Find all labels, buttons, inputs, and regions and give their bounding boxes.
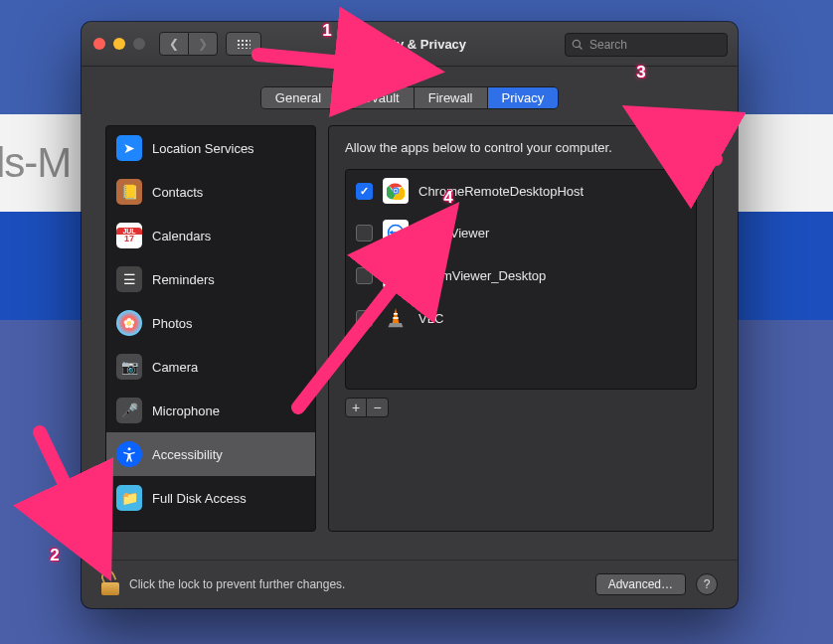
sidebar-item-full-disk-access[interactable]: 📁 Full Disk Access [106, 476, 315, 520]
detail-heading: Allow the apps below to control your com… [345, 140, 697, 155]
add-remove-buttons: + − [345, 398, 697, 417]
tab-firewall[interactable]: Firewall [415, 87, 488, 108]
sidebar-item-photos[interactable]: ✿ Photos [106, 301, 315, 345]
sidebar-item-accessibility[interactable]: Accessibility [106, 432, 315, 476]
search-icon [572, 39, 583, 51]
annotation-number-4: 4 [435, 185, 461, 211]
calendar-icon: JUL17 [116, 223, 142, 248]
app-name: TeamViewer_Desktop [420, 268, 546, 283]
search-input[interactable]: Search [565, 33, 728, 57]
folder-icon: 📁 [116, 485, 142, 511]
sidebar-item-label: Camera [152, 360, 198, 375]
sidebar-item-location-services[interactable]: ➤ Location Services [106, 126, 315, 170]
svg-point-0 [128, 447, 131, 450]
sidebar-item-reminders[interactable]: ☰ Reminders [106, 257, 315, 301]
footer: Click the lock to prevent further change… [82, 560, 738, 608]
app-list[interactable]: ChromeRemoteDesktopHost TeamViewer TeamV… [345, 169, 697, 390]
tab-bar: General FileVault Firewall Privacy [82, 86, 738, 109]
sidebar-item-label: Accessibility [152, 447, 223, 462]
teamviewer-icon [383, 220, 409, 245]
microphone-icon: 🎤 [116, 398, 142, 423]
contacts-icon: 📒 [116, 179, 142, 205]
checkbox-vlc[interactable] [356, 310, 373, 327]
document-icon [383, 261, 411, 289]
minimize-icon[interactable] [113, 38, 125, 50]
sidebar-item-label: Reminders [152, 272, 215, 287]
sidebar-item-contacts[interactable]: 📒 Contacts [106, 170, 315, 214]
tab-privacy[interactable]: Privacy [488, 87, 559, 108]
annotation-number-2: 2 [42, 543, 68, 568]
tab-filevault[interactable]: FileVault [336, 87, 415, 108]
sidebar-item-label: Calendars [152, 229, 211, 243]
zoom-icon[interactable] [133, 38, 145, 50]
annotation-number-1: 1 [314, 18, 340, 44]
back-button[interactable]: ❮ [159, 32, 189, 56]
app-row-vlc[interactable]: VLC [346, 297, 696, 339]
preferences-window: ❮ ❯ Security & Privacy Search General Fi… [82, 22, 738, 608]
sidebar-item-calendars[interactable]: JUL17 Calendars [106, 214, 315, 257]
app-row-chromeremotedesktophost[interactable]: ChromeRemoteDesktopHost [346, 170, 696, 212]
sidebar-item-camera[interactable]: 📷 Camera [106, 345, 315, 389]
app-name: VLC [418, 311, 443, 326]
lock-icon[interactable] [101, 573, 119, 595]
checkbox-teamviewer-desktop[interactable] [356, 267, 373, 284]
show-all-button[interactable] [226, 32, 261, 56]
accessibility-icon [116, 441, 142, 467]
checkbox-chromeremotedesktophost[interactable] [356, 183, 373, 200]
advanced-button[interactable]: Advanced… [595, 573, 686, 595]
add-button[interactable]: + [345, 398, 367, 417]
photos-icon: ✿ [116, 310, 142, 336]
svg-rect-8 [393, 317, 399, 319]
chrome-icon [383, 178, 409, 204]
sidebar-item-label: Location Services [152, 141, 254, 156]
privacy-sidebar[interactable]: ➤ Location Services 📒 Contacts JUL17 Cal… [105, 125, 316, 532]
sidebar-item-label: Full Disk Access [152, 491, 247, 506]
annotation-number-3: 3 [628, 60, 654, 85]
checkbox-teamviewer[interactable] [356, 225, 373, 242]
detail-pane: Allow the apps below to control your com… [328, 125, 714, 532]
app-row-teamviewer-desktop[interactable]: TeamViewer_Desktop [346, 253, 696, 297]
camera-icon: 📷 [116, 354, 142, 380]
app-row-teamviewer[interactable]: TeamViewer [346, 212, 696, 253]
svg-rect-7 [394, 313, 398, 315]
vlc-icon [383, 305, 409, 331]
location-icon: ➤ [116, 135, 142, 161]
sidebar-item-label: Microphone [152, 403, 220, 418]
reminders-icon: ☰ [116, 266, 142, 292]
app-name: TeamViewer [418, 226, 489, 241]
remove-button[interactable]: − [367, 398, 389, 417]
sidebar-item-label: Photos [152, 316, 192, 331]
help-button[interactable]: ? [696, 573, 718, 595]
sidebar-item-microphone[interactable]: 🎤 Microphone [106, 389, 315, 432]
lock-text: Click the lock to prevent further change… [129, 577, 585, 591]
close-icon[interactable] [93, 38, 105, 50]
search-placeholder: Search [589, 38, 627, 52]
svg-point-5 [395, 190, 398, 193]
bg-partial-text: ls-M [0, 139, 71, 187]
tab-general[interactable]: General [261, 87, 336, 108]
sidebar-item-label: Contacts [152, 185, 203, 200]
forward-button[interactable]: ❯ [189, 32, 218, 56]
